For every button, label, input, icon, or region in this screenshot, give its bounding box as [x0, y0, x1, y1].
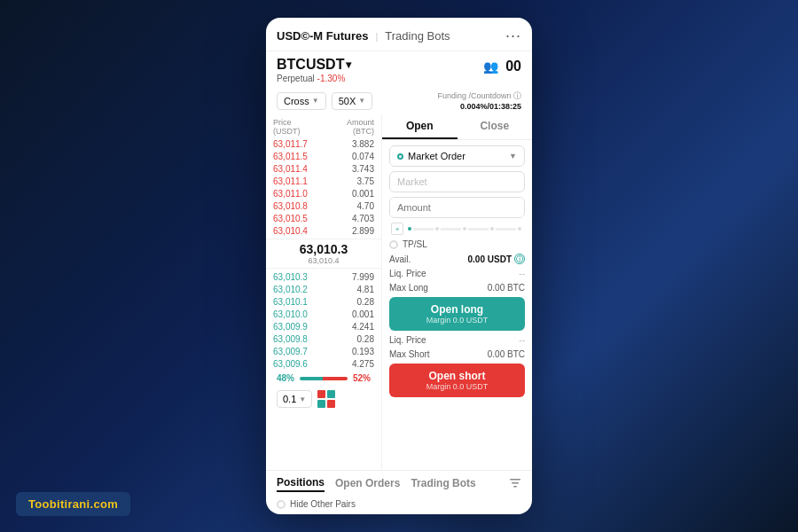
- ob-sell-row: 63,010.54.703: [266, 212, 381, 224]
- tab-close[interactable]: Close: [458, 114, 533, 139]
- phone-card: USD©-M Futures | Trading Bots ··· BTCUSD…: [266, 18, 532, 514]
- header: USD©-M Futures | Trading Bots ···: [266, 18, 532, 51]
- funding-value: 0.004%/01:38:25: [437, 102, 521, 111]
- open-long-button[interactable]: Open long Margin 0.0 USDT: [389, 297, 525, 331]
- max-long-row: Max Long 0.00 BTC: [389, 283, 525, 293]
- amount-input[interactable]: [390, 198, 525, 217]
- funding-label: Funding /Countdown ⓘ: [437, 90, 521, 102]
- open-long-sub: Margin 0.0 USDT: [389, 316, 525, 325]
- order-type-dot: [397, 153, 403, 160]
- amount-row: BTC ▼: [389, 197, 525, 218]
- svg-rect-0: [510, 479, 520, 481]
- ob-sell-row: 63,011.50.074: [266, 150, 381, 162]
- slider-dot: [516, 225, 523, 232]
- funding-info: Funding /Countdown ⓘ 0.004%/01:38:25: [437, 90, 521, 111]
- amount-select[interactable]: 0.1 ▼: [277, 390, 312, 408]
- max-short-row: Max Short 0.00 BTC: [389, 349, 525, 359]
- hide-others-row: Hide Other Pairs: [266, 496, 532, 514]
- amount-down-arrow: ▼: [299, 395, 306, 403]
- leverage-select[interactable]: 50X ▼: [332, 92, 373, 110]
- ob-buy-row: 63,009.94.241: [266, 320, 381, 332]
- users-icon[interactable]: 👥: [483, 59, 498, 74]
- watermark: Toobitirani.com: [16, 492, 130, 516]
- sell-pct-label: 52%: [353, 373, 371, 383]
- slider-dot: [489, 225, 496, 232]
- pct-bar-sell: [323, 377, 348, 380]
- header-icons: 👥 00: [483, 59, 521, 74]
- pair-dropdown-arrow[interactable]: ▾: [346, 59, 351, 71]
- notifications-count: 00: [505, 59, 521, 74]
- liq-price-value: --: [519, 269, 525, 278]
- ob-sell-row: 63,011.43.743: [266, 162, 381, 175]
- slider-row: +: [389, 223, 525, 235]
- market-input: Market: [389, 171, 525, 192]
- ob-sell-row: 63,010.42.899: [266, 224, 381, 237]
- ob-buy-row: 63,010.10.28: [266, 295, 381, 308]
- max-long-value: 0.00 BTC: [488, 283, 525, 293]
- slider-icon: +: [391, 223, 403, 235]
- pct-bar: [300, 377, 348, 380]
- ob-sell-row: 63,011.13.75: [266, 175, 381, 187]
- slider-dot: [461, 225, 468, 232]
- open-close-tabs: Open Close: [382, 114, 532, 140]
- tpsl-radio[interactable]: [389, 240, 398, 249]
- price-change: -1.30%: [317, 74, 346, 83]
- hide-others-checkbox[interactable]: [277, 500, 286, 509]
- mid-sub: 63,010.4: [308, 256, 339, 265]
- avail-row: Avail. 0.00 USDT ⓘ: [389, 254, 525, 264]
- ob-sell-row: 63,011.73.882: [266, 137, 381, 150]
- ob-buy-row: 63,010.37.999: [266, 270, 381, 283]
- tpsl-row[interactable]: TP/SL: [389, 239, 525, 249]
- bottom-controls: 0.1 ▼: [266, 387, 381, 411]
- open-short-button[interactable]: Open short Margin 0.0 USDT: [389, 364, 525, 397]
- ob-buy-row: 63,009.64.275: [266, 357, 381, 370]
- buy-pct-label: 48%: [277, 373, 294, 383]
- margin-mode-select[interactable]: Cross ▼: [277, 92, 326, 110]
- margin-down-arrow: ▼: [312, 97, 319, 105]
- ob-header: Price (USDT) Amount (BTC): [266, 116, 381, 137]
- tab-trading-bots[interactable]: Trading Bots: [411, 477, 475, 491]
- slider-dot: [406, 225, 413, 232]
- order-book: Price (USDT) Amount (BTC) 63,011.73.882 …: [266, 114, 381, 470]
- liq-price2-value: --: [519, 335, 525, 345]
- ob-buy-row: 63,009.80.28: [266, 332, 381, 345]
- pct-bar-buy: [300, 377, 323, 380]
- grid-icon[interactable]: [317, 390, 335, 408]
- filter-icon[interactable]: [509, 477, 521, 492]
- pair-info: BTCUSDT ▾ Perpetual -1.30%: [277, 57, 351, 83]
- pair-name[interactable]: BTCUSDT ▾: [277, 57, 351, 73]
- bottom-tabs: Positions Open Orders Trading Bots: [266, 470, 532, 496]
- sub-header: BTCUSDT ▾ Perpetual -1.30% 👥 00: [266, 51, 532, 87]
- svg-rect-1: [512, 482, 519, 484]
- pair-sub: Perpetual -1.30%: [277, 74, 351, 83]
- tab-open-orders[interactable]: Open Orders: [335, 477, 400, 491]
- ob-buy-row: 63,010.24.81: [266, 283, 381, 295]
- right-panel: Open Close Market Order ▼ Market: [381, 114, 532, 470]
- slider-track[interactable]: [406, 228, 523, 231]
- slider-dot: [434, 225, 441, 232]
- svg-rect-2: [513, 486, 517, 488]
- open-short-sub: Margin 0.0 USDT: [389, 382, 525, 391]
- order-type-arrow: ▼: [509, 152, 517, 160]
- ob-buy-row: 63,009.70.193: [266, 345, 381, 357]
- mid-price: 63,010.3: [300, 242, 348, 256]
- tab-open[interactable]: Open: [382, 114, 458, 139]
- ob-sell-row: 63,010.84.70: [266, 200, 381, 212]
- tab-positions[interactable]: Positions: [277, 476, 325, 492]
- order-type-select[interactable]: Market Order ▼: [389, 145, 525, 167]
- market-title: USD©-M Futures: [277, 29, 368, 43]
- ob-sell-row: 63,011.00.001: [266, 187, 381, 200]
- leverage-down-arrow: ▼: [358, 97, 365, 105]
- max-short-value: 0.00 BTC: [488, 349, 525, 359]
- pct-bar-row: 48% 52%: [266, 370, 381, 387]
- header-bots-label: Trading Bots: [385, 29, 450, 43]
- form-area: Market Order ▼ Market BTC ▼: [382, 140, 532, 403]
- avail-info-icon[interactable]: ⓘ: [514, 254, 525, 264]
- main-content: Price (USDT) Amount (BTC) 63,011.73.882 …: [266, 114, 532, 470]
- controls-row: Cross ▼ 50X ▼ Funding /Countdown ⓘ 0.004…: [266, 87, 532, 114]
- watermark-brand: Toobit: [28, 497, 65, 511]
- liq-price-row: Liq. Price --: [389, 269, 525, 278]
- more-options-button[interactable]: ···: [505, 27, 521, 45]
- ob-buy-row: 63,010.00.001: [266, 308, 381, 320]
- liq-price2-row: Liq. Price --: [389, 335, 525, 345]
